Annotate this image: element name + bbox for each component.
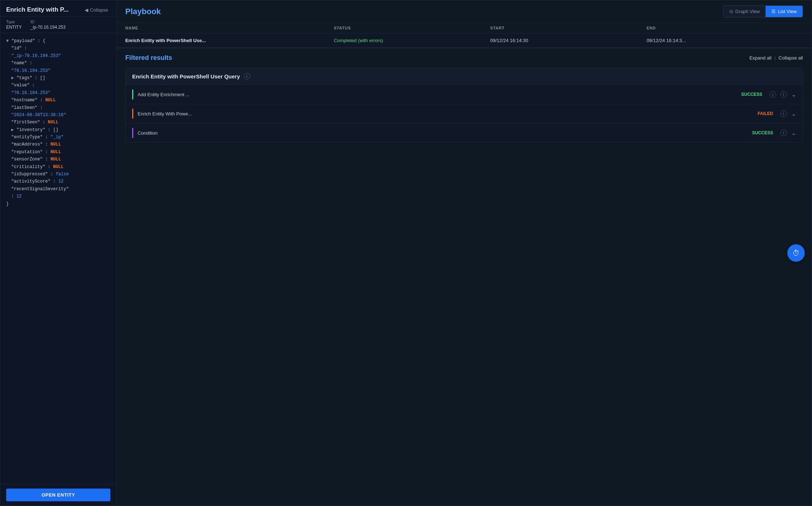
json-line: "recentSignalSeverity" [11, 185, 110, 193]
json-viewer: ▼ "payload" : { "id" : "_ip-70.16.194.25… [0, 33, 116, 484]
row-start: 09/12/24 16:14:30 [490, 38, 647, 43]
step-info-icon-3[interactable]: i [780, 130, 787, 136]
json-line: ▼ "payload" : { [6, 37, 110, 45]
row-status: Completed (with errors) [334, 38, 490, 43]
json-line: } [6, 200, 110, 208]
json-line: "_ip-70.16.194.253" [11, 52, 110, 60]
main-content: Playbook ⊙ Graph View ☰ List View NAME S… [117, 0, 812, 506]
json-line: "id" : [11, 45, 110, 52]
filtered-section: Filtered results Expand all | Collapse a… [117, 48, 812, 506]
result-card-title: Enrich Entity with PowerShell User Query [132, 73, 240, 79]
json-line: ▶ "tags" : [] [11, 74, 110, 82]
col-end: END [646, 26, 803, 30]
main-header: Playbook ⊙ Graph View ☰ List View [117, 0, 812, 23]
list-view-label: List View [778, 9, 797, 14]
json-line: "isSuppressed" : false [11, 171, 110, 178]
step-row-add-entity[interactable]: Add Entity Enrichment ... SUCCESS i i ⌄ [126, 85, 803, 104]
json-line: "name" : [11, 60, 110, 67]
type-label: Type [6, 20, 22, 24]
collapse-label: Collapse [90, 7, 108, 13]
json-line: "macAddress" : NULL [11, 141, 110, 148]
sidebar-title: Enrich Entity with P... [6, 6, 69, 13]
graph-icon: ⊙ [729, 9, 733, 14]
json-line: "70.16.194.253" [11, 67, 110, 74]
graph-view-button[interactable]: ⊙ Graph View [723, 6, 766, 17]
col-name: NAME [125, 26, 334, 30]
expand-tags-icon[interactable]: ▶ [11, 76, 14, 81]
result-card-header: Enrich Entity with PowerShell User Query… [126, 68, 803, 85]
col-start: START [490, 26, 647, 30]
json-line: "70.16.194.253" [11, 89, 110, 97]
collapse-arrow-icon: ◀ [85, 7, 88, 13]
expand-all-button[interactable]: Expand all [750, 55, 772, 61]
timer-icon: ⏱ [792, 249, 800, 257]
sidebar-header: Enrich Entity with P... ◀ Collapse [0, 0, 116, 17]
id-label: ID [31, 20, 66, 24]
json-line: "activityScore" : 12 [11, 178, 110, 185]
step-info-icon-2[interactable]: i [780, 110, 787, 117]
meta-type: Type ENTITY [6, 20, 22, 30]
step-bar-condition [132, 128, 133, 138]
json-line: "lastSeen" : [11, 104, 110, 111]
step-bar-success [132, 89, 133, 99]
step-info-icon-1a[interactable]: i [770, 91, 776, 98]
json-line: "hostname" : NULL [11, 97, 110, 104]
step-status-condition: SUCCESS [752, 130, 773, 135]
step-chevron-1[interactable]: ⌄ [791, 91, 796, 98]
filtered-title: Filtered results [125, 54, 172, 62]
page-title: Playbook [125, 7, 161, 16]
timer-button[interactable]: ⏱ [787, 244, 805, 262]
json-line: "criticality" : NULL [11, 163, 110, 171]
json-line: ▶ "inventory" : [] [11, 126, 110, 134]
json-line: "firstSeen" : NULL [11, 119, 110, 126]
col-status: STATUS [334, 26, 490, 30]
list-view-button[interactable]: ☰ List View [766, 6, 803, 17]
step-chevron-2[interactable]: ⌄ [791, 110, 796, 117]
step-chevron-3[interactable]: ⌄ [791, 130, 796, 136]
json-line: "2024-08-30T13:36:18" [11, 111, 110, 119]
json-line: "value" : [11, 82, 110, 89]
open-entity-button[interactable]: OPEN ENTITY [6, 489, 110, 501]
graph-view-label: Graph View [735, 9, 760, 14]
json-line: "sensorZone" : NULL [11, 156, 110, 163]
step-name-enrich: Enrich Entity With Powe... [138, 111, 753, 117]
expand-collapse-controls: Expand all | Collapse all [750, 55, 803, 61]
step-row-enrich-entity[interactable]: Enrich Entity With Powe... FAILED i ⌄ [126, 104, 803, 123]
filtered-header: Filtered results Expand all | Collapse a… [125, 54, 803, 62]
status-completed-errors: Completed (with errors) [334, 38, 383, 43]
collapse-button[interactable]: ◀ Collapse [82, 7, 110, 13]
id-value: _ip-70.16.194.253 [31, 25, 66, 30]
divider: | [774, 55, 775, 61]
sidebar-footer: OPEN ENTITY [0, 484, 116, 506]
view-toggle: ⊙ Graph View ☰ List View [723, 5, 803, 17]
row-name: Enrich Entity with PowerShell Use... [125, 38, 334, 43]
step-bar-failed [132, 109, 133, 119]
expand-inventory-icon[interactable]: ▶ [11, 127, 14, 132]
type-value: ENTITY [6, 25, 22, 30]
sidebar-meta: Type ENTITY ID _ip-70.16.194.253 [0, 17, 116, 33]
list-icon: ☰ [771, 9, 776, 14]
json-line: : 12 [11, 193, 110, 200]
table-row[interactable]: Enrich Entity with PowerShell Use... Com… [117, 33, 812, 48]
result-card: Enrich Entity with PowerShell User Query… [125, 68, 803, 143]
table-header: NAME STATUS START END [117, 23, 812, 33]
step-status-failed: FAILED [758, 111, 773, 116]
sidebar: Enrich Entity with P... ◀ Collapse Type … [0, 0, 117, 506]
row-end: 09/12/24 16:14:3... [646, 38, 803, 43]
playbook-table: NAME STATUS START END Enrich Entity with… [117, 23, 812, 48]
step-row-condition[interactable]: Condition SUCCESS i ⌄ [126, 123, 803, 142]
expand-icon[interactable]: ▼ [6, 38, 9, 44]
json-line: "entityType" : "_ip" [11, 134, 110, 141]
meta-id: ID _ip-70.16.194.253 [31, 20, 66, 30]
json-line: "reputation" : NULL [11, 148, 110, 156]
collapse-all-button[interactable]: Collapse all [779, 55, 803, 61]
card-info-icon[interactable]: i [244, 73, 250, 79]
step-status-success: SUCCESS [741, 92, 762, 97]
step-info-icon-1b[interactable]: i [780, 91, 787, 98]
step-name-condition: Condition [138, 130, 748, 136]
step-name-add-entity: Add Entity Enrichment ... [138, 92, 737, 97]
sidebar-title-row: Enrich Entity with P... ◀ Collapse [6, 6, 110, 13]
